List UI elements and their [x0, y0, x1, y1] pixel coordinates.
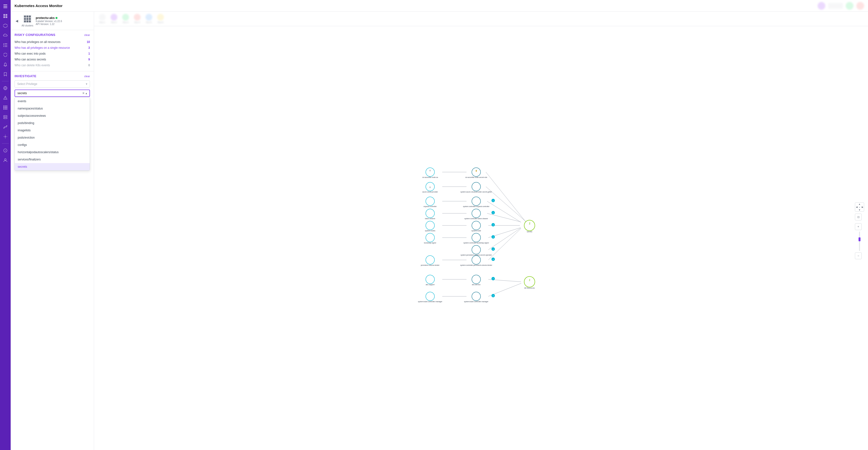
dropdown-item-8[interactable]: services/finalizers: [15, 156, 90, 163]
fit-view-button[interactable]: ⊡: [855, 214, 862, 220]
svg-point-55: [426, 168, 434, 176]
help-icon[interactable]: ?: [1, 147, 9, 154]
cloud-icon[interactable]: [1, 32, 9, 39]
svg-rect-26: [6, 109, 7, 110]
svg-rect-21: [3, 107, 4, 108]
zoom-thumb[interactable]: [859, 237, 861, 241]
node-system-azure-cloud[interactable]: system:azure-cloud-provider-secret-gette…: [460, 182, 492, 193]
node-kube-controller-manager-sa[interactable]: system:kube-controller-manager: [418, 292, 442, 303]
node-system-bootstrap-signer[interactable]: system:controller:bootstrap-signer: [463, 233, 489, 244]
node-system-nodes[interactable]: system:nodes: [425, 221, 435, 232]
pan-down-icon[interactable]: ▼: [858, 208, 861, 212]
dropdown-item-3[interactable]: pods/binding: [15, 119, 90, 127]
dropdown-item-9[interactable]: secrets: [15, 163, 90, 170]
cluster-kubelet: Kubelet Version: v1.22.6: [36, 20, 90, 23]
config-count-0: 10: [87, 40, 90, 44]
graph-svg-container[interactable]: ⊡ csi-azurefile-node-sa 🔒 csi-azurefile-…: [94, 26, 868, 450]
bookmark-icon[interactable]: [1, 71, 9, 78]
node-aks-service[interactable]: aks-service: [472, 275, 480, 285]
config-item-0[interactable]: Who has privileges on all resources 10: [14, 39, 90, 45]
privilege-select[interactable]: Select Privilege ▾: [14, 80, 90, 88]
node-aks-support[interactable]: aks-support: [426, 275, 435, 286]
config-item-1[interactable]: Who has all privileges on a single resou…: [14, 45, 90, 51]
node-system-node[interactable]: system:node: [471, 221, 481, 232]
shield-icon[interactable]: [1, 51, 9, 59]
risky-configs-clear[interactable]: clear: [84, 33, 90, 36]
list-icon[interactable]: [1, 41, 9, 49]
bell-icon[interactable]: [1, 61, 9, 68]
svg-text:system:node: system:node: [471, 230, 481, 232]
svg-text:aks-service: aks-service: [472, 284, 480, 285]
node-bootstrap-signer[interactable]: bootstrap-signer: [424, 233, 436, 244]
dashboard-icon[interactable]: [1, 12, 9, 20]
node-all-resources[interactable]: ⚷ All Resources: [524, 277, 535, 289]
node-expand-controller[interactable]: expand-controller: [424, 197, 437, 207]
sidebar-divider: [2, 81, 9, 81]
config-item-3[interactable]: Who can access secrets 9: [14, 57, 90, 62]
config-count-3: 9: [88, 58, 90, 61]
svg-point-96: [472, 256, 480, 264]
dropdown-item-7[interactable]: horizontalpodautoscalers/status: [15, 148, 90, 156]
svg-marker-7: [3, 24, 7, 28]
svg-line-43: [487, 213, 521, 222]
node-azure-cloud-provider[interactable]: ⊡ azure-cloud-provider: [422, 182, 438, 193]
zoom-in-button[interactable]: +: [855, 223, 862, 230]
monitor-icon[interactable]: [1, 22, 9, 30]
sidebar: ?: [0, 0, 11, 450]
node-system-pv-binder[interactable]: system:controller:persistent-volume-bind…: [460, 256, 492, 266]
cluster-info: protectu-aks Kubelet Version: v1.22.6 AP…: [36, 16, 90, 26]
dropdown-item-0[interactable]: events: [15, 97, 90, 105]
zoom-out-button[interactable]: −: [855, 252, 862, 259]
node-csi-azurefile-node-sa[interactable]: ⊡ csi-azurefile-node-sa: [422, 168, 438, 178]
svg-point-58: [472, 168, 480, 176]
risky-configs-title: Risky Configurations: [14, 33, 55, 37]
svg-text:system:azure-cloud-provider-se: system:azure-cloud-provider-secret-gette…: [460, 191, 492, 193]
svg-point-30: [4, 118, 5, 118]
investigate-clear[interactable]: clear: [84, 75, 90, 78]
alert-icon[interactable]: [1, 94, 9, 102]
link-icon[interactable]: [1, 123, 9, 131]
svg-rect-25: [5, 109, 6, 110]
pan-control[interactable]: ▲ ◀ ● ▶ ▼: [855, 202, 864, 212]
input-toggle-icon[interactable]: ▴: [86, 91, 87, 95]
dropdown-item-2[interactable]: subjectaccessreviews: [15, 112, 90, 119]
user-icon[interactable]: [1, 156, 9, 164]
settings-icon[interactable]: [1, 133, 9, 141]
node-secrets[interactable]: ⚷ secrets: [524, 220, 535, 232]
investigate-header: Investigate clear: [14, 74, 90, 78]
pan-right-icon[interactable]: ▶: [861, 205, 864, 208]
svg-point-84: [426, 233, 434, 242]
svg-rect-2: [3, 7, 7, 8]
pan-left-icon[interactable]: ◀: [855, 205, 858, 208]
node-kube-controller-manager-role[interactable]: system:kube-controller-manager: [464, 292, 489, 303]
menu-icon[interactable]: [1, 2, 9, 10]
dropdown-item-4[interactable]: imagelists: [15, 127, 90, 134]
node-csi-azurefile-node-secret-role[interactable]: 🔒 csi-azurefile-node-secret-role: [465, 168, 487, 178]
input-clear-icon[interactable]: ✕: [81, 91, 86, 95]
dropdown-item-1[interactable]: namespaces/status: [15, 105, 90, 112]
grid3-icon[interactable]: [1, 104, 9, 111]
svg-rect-10: [3, 45, 4, 46]
graph-area: filter1 filter2 filter3 filter4 filter5: [94, 12, 868, 450]
back-button[interactable]: ◀: [14, 18, 19, 24]
node-system-token-cleaner[interactable]: system:controller:token-cleaner: [464, 209, 488, 220]
node-token-cleaner[interactable]: token-cleaner: [425, 209, 435, 219]
nav-controls: ▲ ◀ ● ▶ ▼ ⊡ + −: [855, 202, 864, 259]
config-count-1: 3: [88, 46, 90, 50]
svg-point-68: [472, 197, 480, 205]
dropdown-item-6[interactable]: configs: [15, 141, 90, 148]
node-persistent-vol-binder[interactable]: persistent-volume-binder: [421, 256, 440, 266]
node-system-expand-controller[interactable]: system:controller:expand-controller: [463, 197, 490, 207]
left-panel: ◀ All clusters protectu-aks Kubelet Vers…: [11, 12, 94, 450]
globe-icon[interactable]: [1, 84, 9, 92]
svg-point-64: [472, 182, 480, 191]
node-persistent-vol-secret-op[interactable]: system:persistent-volume-secret-operator: [460, 245, 492, 256]
svg-rect-5: [3, 16, 5, 18]
pan-up-icon[interactable]: ▲: [858, 203, 861, 205]
resource-input[interactable]: [18, 91, 81, 95]
svg-text:system:kube-controller-manager: system:kube-controller-manager: [418, 301, 442, 303]
server-icon[interactable]: [1, 113, 9, 121]
svg-text:token-cleaner: token-cleaner: [425, 218, 435, 219]
config-item-2[interactable]: Who can exec into pods 1: [14, 51, 90, 57]
dropdown-item-5[interactable]: pods/eviction: [15, 134, 90, 141]
